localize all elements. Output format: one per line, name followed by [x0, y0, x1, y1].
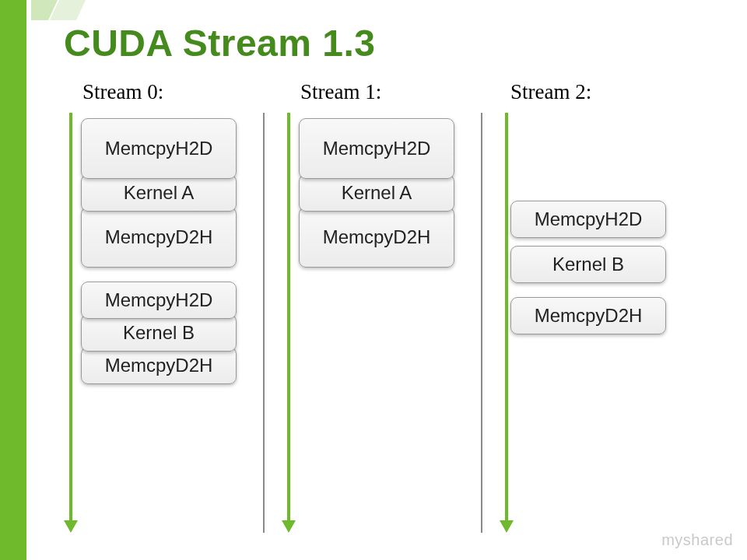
op-box: MemcpyD2H [81, 207, 237, 268]
op-box: Kernel B [81, 314, 237, 352]
stream-column-0: Stream 0: MemcpyH2D Kernel A MemcpyD2H M… [72, 80, 251, 384]
column-divider-1 [263, 113, 265, 533]
op-box: Kernel A [299, 174, 454, 212]
op-box: Kernel A [81, 174, 237, 212]
column-divider-2 [481, 113, 482, 533]
stream-label: Stream 0: [82, 80, 251, 104]
op-box: MemcpyD2H [299, 207, 454, 268]
op-box: MemcpyH2D [510, 201, 666, 238]
stream-label: Stream 1: [300, 80, 468, 104]
side-accent-bar [0, 0, 26, 560]
stream-column-2: Stream 2: MemcpyH2D Kernel B MemcpyD2H [507, 80, 686, 334]
watermark: myshared [661, 531, 733, 549]
op-box: Kernel B [510, 246, 666, 283]
streams-area: Stream 0: MemcpyH2D Kernel A MemcpyD2H M… [54, 80, 731, 531]
slide-content: CUDA Stream 1.3 Stream 0: MemcpyH2D Kern… [54, 22, 731, 552]
corner-decoration [31, 0, 101, 20]
op-box: MemcpyH2D [81, 118, 237, 179]
op-box: MemcpyH2D [299, 118, 454, 179]
stream-label: Stream 2: [510, 80, 686, 104]
stream-column-1: Stream 1: MemcpyH2D Kernel A MemcpyD2H [289, 80, 468, 268]
op-box: MemcpyH2D [81, 282, 237, 319]
op-box: MemcpyD2H [81, 347, 237, 384]
op-box: MemcpyD2H [510, 297, 666, 334]
slide-title: CUDA Stream 1.3 [64, 22, 731, 65]
